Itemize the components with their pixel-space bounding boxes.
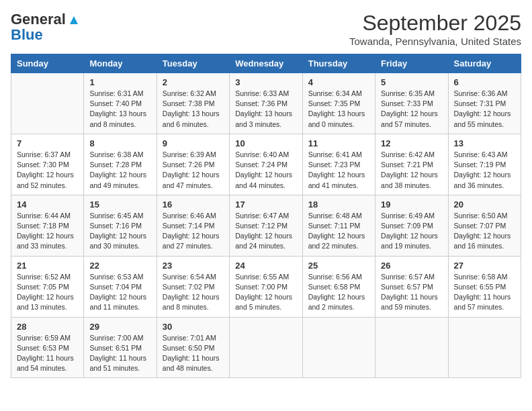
day-info: Sunrise: 6:36 AM Sunset: 7:31 PM Dayligh… <box>454 89 515 130</box>
day-number: 25 <box>308 261 369 271</box>
day-info: Sunrise: 6:50 AM Sunset: 7:07 PM Dayligh… <box>454 211 515 252</box>
day-cell <box>11 73 84 134</box>
day-header-sunday: Sunday <box>11 54 84 73</box>
day-cell: 30Sunrise: 7:01 AM Sunset: 6:50 PM Dayli… <box>157 317 229 378</box>
day-info: Sunrise: 6:53 AM Sunset: 7:04 PM Dayligh… <box>89 272 150 313</box>
day-cell: 13Sunrise: 6:43 AM Sunset: 7:19 PM Dayli… <box>448 134 521 195</box>
day-info: Sunrise: 6:34 AM Sunset: 7:35 PM Dayligh… <box>308 89 369 130</box>
day-cell: 28Sunrise: 6:59 AM Sunset: 6:53 PM Dayli… <box>11 317 84 378</box>
day-cell: 14Sunrise: 6:44 AM Sunset: 7:18 PM Dayli… <box>11 195 84 256</box>
day-info: Sunrise: 6:46 AM Sunset: 7:14 PM Dayligh… <box>163 211 224 252</box>
day-info: Sunrise: 6:42 AM Sunset: 7:21 PM Dayligh… <box>381 150 442 191</box>
day-info: Sunrise: 6:33 AM Sunset: 7:36 PM Dayligh… <box>235 89 296 130</box>
day-info: Sunrise: 6:59 AM Sunset: 6:53 PM Dayligh… <box>17 333 78 374</box>
day-info: Sunrise: 6:48 AM Sunset: 7:11 PM Dayligh… <box>308 211 369 252</box>
day-number: 2 <box>163 77 224 87</box>
page-header: General Blue September 2025 Towanda, Pen… <box>11 11 521 47</box>
day-cell: 9Sunrise: 6:39 AM Sunset: 7:26 PM Daylig… <box>157 134 229 195</box>
day-cell: 24Sunrise: 6:55 AM Sunset: 7:00 PM Dayli… <box>230 256 302 317</box>
day-number: 22 <box>89 261 150 271</box>
day-info: Sunrise: 6:35 AM Sunset: 7:33 PM Dayligh… <box>381 89 442 130</box>
day-cell: 15Sunrise: 6:45 AM Sunset: 7:16 PM Dayli… <box>84 195 157 256</box>
day-number: 3 <box>235 77 296 87</box>
day-number: 15 <box>89 199 150 210</box>
day-number: 21 <box>17 261 78 271</box>
day-cell: 5Sunrise: 6:35 AM Sunset: 7:33 PM Daylig… <box>375 73 448 134</box>
day-cell: 16Sunrise: 6:46 AM Sunset: 7:14 PM Dayli… <box>157 195 229 256</box>
day-info: Sunrise: 6:40 AM Sunset: 7:24 PM Dayligh… <box>235 150 296 191</box>
week-row-2: 7Sunrise: 6:37 AM Sunset: 7:30 PM Daylig… <box>11 134 521 195</box>
day-info: Sunrise: 6:43 AM Sunset: 7:19 PM Dayligh… <box>454 150 515 191</box>
day-cell: 29Sunrise: 7:00 AM Sunset: 6:51 PM Dayli… <box>84 317 157 378</box>
week-row-1: 1Sunrise: 6:31 AM Sunset: 7:40 PM Daylig… <box>11 73 521 134</box>
day-info: Sunrise: 6:38 AM Sunset: 7:28 PM Dayligh… <box>89 150 150 191</box>
day-info: Sunrise: 6:45 AM Sunset: 7:16 PM Dayligh… <box>89 211 150 252</box>
day-number: 5 <box>381 77 442 87</box>
day-info: Sunrise: 6:32 AM Sunset: 7:38 PM Dayligh… <box>163 89 224 130</box>
day-number: 8 <box>89 138 150 148</box>
day-cell: 22Sunrise: 6:53 AM Sunset: 7:04 PM Dayli… <box>84 256 157 317</box>
day-info: Sunrise: 6:58 AM Sunset: 6:55 PM Dayligh… <box>454 272 515 313</box>
day-info: Sunrise: 6:37 AM Sunset: 7:30 PM Dayligh… <box>17 150 78 191</box>
day-cell: 2Sunrise: 6:32 AM Sunset: 7:38 PM Daylig… <box>157 73 229 134</box>
month-title: September 2025 <box>349 11 521 36</box>
day-number: 4 <box>308 77 369 87</box>
day-header-thursday: Thursday <box>302 54 375 73</box>
day-number: 20 <box>454 199 515 210</box>
day-cell: 8Sunrise: 6:38 AM Sunset: 7:28 PM Daylig… <box>84 134 157 195</box>
day-number: 9 <box>163 138 224 148</box>
day-info: Sunrise: 6:31 AM Sunset: 7:40 PM Dayligh… <box>89 89 150 130</box>
week-row-4: 21Sunrise: 6:52 AM Sunset: 7:05 PM Dayli… <box>11 256 521 317</box>
day-cell <box>448 317 521 378</box>
day-header-friday: Friday <box>375 54 448 73</box>
day-cell: 20Sunrise: 6:50 AM Sunset: 7:07 PM Dayli… <box>448 195 521 256</box>
day-info: Sunrise: 7:01 AM Sunset: 6:50 PM Dayligh… <box>163 333 224 374</box>
day-cell: 12Sunrise: 6:42 AM Sunset: 7:21 PM Dayli… <box>375 134 448 195</box>
day-info: Sunrise: 6:44 AM Sunset: 7:18 PM Dayligh… <box>17 211 78 252</box>
day-cell: 3Sunrise: 6:33 AM Sunset: 7:36 PM Daylig… <box>230 73 302 134</box>
day-cell <box>302 317 375 378</box>
day-number: 29 <box>89 322 150 332</box>
week-row-3: 14Sunrise: 6:44 AM Sunset: 7:18 PM Dayli… <box>11 195 521 256</box>
day-number: 12 <box>381 138 442 148</box>
day-cell: 7Sunrise: 6:37 AM Sunset: 7:30 PM Daylig… <box>11 134 84 195</box>
day-header-monday: Monday <box>84 54 157 73</box>
title-block: September 2025 Towanda, Pennsylvania, Un… <box>349 11 521 47</box>
day-number: 10 <box>235 138 296 148</box>
day-number: 23 <box>163 261 224 271</box>
day-number: 26 <box>381 261 442 271</box>
day-cell <box>230 317 302 378</box>
day-info: Sunrise: 6:57 AM Sunset: 6:57 PM Dayligh… <box>381 272 442 313</box>
day-cell: 21Sunrise: 6:52 AM Sunset: 7:05 PM Dayli… <box>11 256 84 317</box>
svg-marker-0 <box>70 16 78 24</box>
day-info: Sunrise: 6:39 AM Sunset: 7:26 PM Dayligh… <box>163 150 224 191</box>
day-number: 11 <box>308 138 369 148</box>
day-header-saturday: Saturday <box>448 54 521 73</box>
day-cell: 25Sunrise: 6:56 AM Sunset: 6:58 PM Dayli… <box>302 256 375 317</box>
day-cell: 11Sunrise: 6:41 AM Sunset: 7:23 PM Dayli… <box>302 134 375 195</box>
day-cell <box>375 317 448 378</box>
day-info: Sunrise: 6:47 AM Sunset: 7:12 PM Dayligh… <box>235 211 296 252</box>
day-number: 24 <box>235 261 296 271</box>
day-cell: 1Sunrise: 6:31 AM Sunset: 7:40 PM Daylig… <box>84 73 157 134</box>
day-number: 16 <box>163 199 224 210</box>
day-cell: 17Sunrise: 6:47 AM Sunset: 7:12 PM Dayli… <box>230 195 302 256</box>
calendar-table: SundayMondayTuesdayWednesdayThursdayFrid… <box>11 54 521 378</box>
day-info: Sunrise: 6:52 AM Sunset: 7:05 PM Dayligh… <box>17 272 78 313</box>
day-number: 13 <box>454 138 515 148</box>
day-info: Sunrise: 6:55 AM Sunset: 7:00 PM Dayligh… <box>235 272 296 313</box>
day-cell: 26Sunrise: 6:57 AM Sunset: 6:57 PM Dayli… <box>375 256 448 317</box>
logo-blue: Blue <box>11 28 43 42</box>
day-number: 28 <box>17 322 78 332</box>
logo: General Blue <box>11 11 82 42</box>
day-header-wednesday: Wednesday <box>230 54 302 73</box>
day-info: Sunrise: 6:49 AM Sunset: 7:09 PM Dayligh… <box>381 211 442 252</box>
day-cell: 4Sunrise: 6:34 AM Sunset: 7:35 PM Daylig… <box>302 73 375 134</box>
week-row-5: 28Sunrise: 6:59 AM Sunset: 6:53 PM Dayli… <box>11 317 521 378</box>
day-info: Sunrise: 6:41 AM Sunset: 7:23 PM Dayligh… <box>308 150 369 191</box>
day-cell: 6Sunrise: 6:36 AM Sunset: 7:31 PM Daylig… <box>448 73 521 134</box>
day-number: 18 <box>308 199 369 210</box>
day-cell: 27Sunrise: 6:58 AM Sunset: 6:55 PM Dayli… <box>448 256 521 317</box>
logo-triangle-icon <box>66 12 81 27</box>
day-number: 30 <box>163 322 224 332</box>
